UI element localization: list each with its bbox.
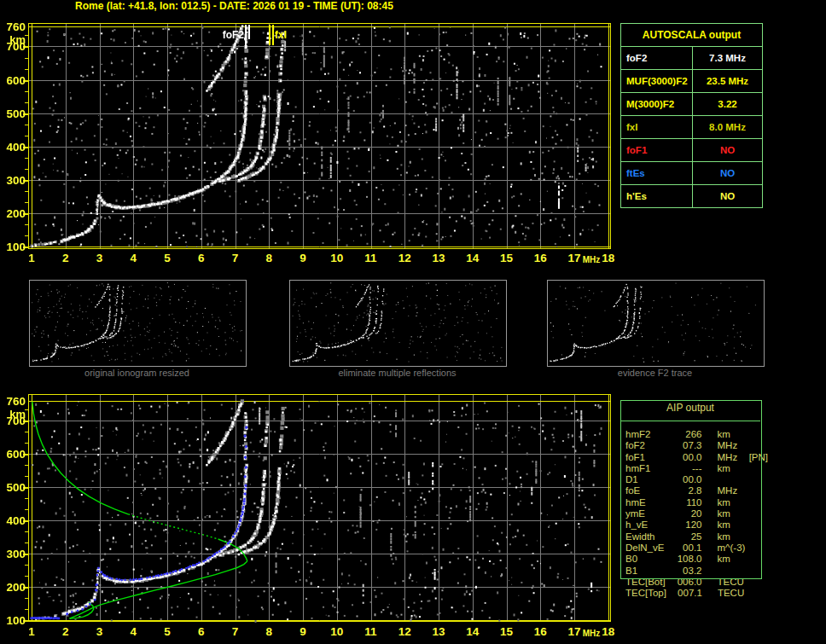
aip-label: B1	[625, 566, 666, 577]
x-axis-tick-label: 9	[293, 252, 313, 264]
x-axis-tick-label: 11	[361, 252, 381, 264]
y-axis-tick-label: 760	[0, 21, 26, 32]
aip-value: 006.0	[666, 577, 701, 588]
autoscala-row: foF27.3 MHz	[621, 47, 762, 70]
aip-label: Ewidth	[625, 531, 666, 542]
autoscala-table-rows: foF27.3 MHzMUF(3000)F223.5 MHzM(3000)F23…	[621, 47, 762, 207]
x-axis-tick-label: 10	[327, 625, 347, 638]
aip-unit: km	[718, 429, 749, 440]
autoscala-row-label: h'Es	[621, 185, 693, 207]
aip-row: foF207.3MHz	[625, 440, 771, 451]
aip-unit: TECU	[718, 588, 749, 599]
aip-value: 007.1	[666, 588, 702, 599]
autoscala-row-label: M(3000)F2	[621, 93, 693, 115]
thumbnail-original-canvas	[30, 281, 244, 364]
x-axis-tick-label: 12	[394, 625, 415, 638]
aip-value: 03.2	[666, 566, 701, 577]
aip-table-divider	[620, 421, 760, 421]
x-axis-unit-label: MHz	[580, 629, 602, 638]
aip-value: 00.0	[666, 474, 701, 485]
aip-value: 20	[666, 508, 701, 519]
x-axis-unit-label: MHz	[580, 255, 602, 264]
aip-label: ymE	[625, 508, 666, 519]
aip-label: foE	[625, 485, 666, 496]
aip-extra: [PN]	[749, 452, 771, 463]
aip-label: hmF2	[625, 429, 666, 440]
aip-value: 108.0	[666, 554, 701, 565]
x-axis-tick-label: 1	[21, 625, 42, 638]
x-axis-tick-label: 8	[259, 252, 279, 264]
aip-unit: km	[718, 531, 749, 542]
aip-row: B103.2	[625, 566, 771, 577]
aip-value: 07.3	[666, 440, 701, 451]
autoscala-row-value: NO	[693, 139, 762, 161]
aip-value: 00.0	[666, 452, 701, 463]
aip-unit: MHz	[718, 485, 749, 496]
aip-value: 00.1	[666, 542, 701, 554]
y-axis-tick-label: 760	[0, 396, 26, 407]
aip-row: ymE20km	[625, 508, 771, 519]
autoscala-row: h'EsNO	[621, 185, 762, 207]
x-axis-tick-label: 5	[157, 252, 177, 264]
autoscala-row-label: foF2	[621, 47, 693, 69]
aip-unit	[718, 566, 749, 577]
aip-row: TEC[Top]007.1TECU	[625, 588, 771, 599]
profile-ionogram-plot	[23, 394, 612, 623]
aip-row: hmE110km	[625, 497, 771, 508]
page-title: Rome (lat: +41.8, lon: 012.5) - DATE: 20…	[75, 0, 433, 12]
aip-unit: km	[718, 497, 749, 508]
aip-value: ---	[666, 463, 701, 474]
aip-extra	[749, 508, 771, 519]
autoscala-row: M(3000)F23.22	[621, 93, 762, 116]
y-axis-tick-label: 400	[0, 515, 26, 526]
autoscala-row-value: 7.3 MHz	[693, 47, 762, 69]
aip-table-title: AIP output	[620, 402, 760, 414]
y-axis-tick-label: 600	[0, 449, 26, 460]
thumbnail-eliminate-reflections	[289, 280, 507, 367]
thumbnail-original-ionogram	[29, 280, 247, 367]
autoscala-row-label: ftEs	[621, 162, 693, 184]
x-axis-tick-label: 1	[21, 252, 42, 264]
thumbnail-caption-eliminate: eliminate multiple reflections	[289, 368, 505, 378]
aip-label: hmF1	[625, 463, 666, 474]
autoscala-row: MUF(3000)F223.5 MHz	[621, 70, 762, 93]
x-axis-tick-label: 7	[225, 625, 246, 638]
autoscala-row: fxI8.0 MHz	[621, 116, 762, 139]
y-axis-tick-label: 200	[0, 582, 26, 593]
aip-extra	[749, 542, 771, 554]
x-axis-tick-label: 6	[191, 625, 212, 638]
fof2-marker-label: foF2	[216, 29, 244, 41]
x-axis-tick-label: 6	[191, 252, 212, 264]
y-axis-tick-label: 300	[0, 548, 26, 560]
aip-unit: km	[718, 463, 749, 474]
x-axis-tick-label: 2	[55, 252, 76, 264]
y-axis-tick-label: 500	[0, 482, 26, 493]
autoscala-row-value: NO	[693, 185, 762, 207]
y-axis-unit-label: km	[0, 33, 26, 46]
aip-row: Ewidth25km	[625, 531, 771, 542]
y-axis-tick-label: 500	[0, 108, 26, 119]
x-axis-tick-label: 10	[327, 252, 347, 264]
aip-extra	[749, 474, 771, 485]
x-axis-tick-label: 13	[428, 625, 449, 638]
y-axis-tick-label: 400	[0, 142, 26, 153]
autoscala-row-label: fxI	[621, 116, 693, 138]
aip-label: foF2	[625, 440, 666, 451]
x-axis-tick-label: 12	[394, 252, 415, 264]
aip-extra	[749, 588, 771, 599]
aip-row: foE2.8MHz	[625, 485, 771, 496]
aip-value: 2.8	[666, 485, 701, 496]
aip-label: TEC[Bot]	[625, 577, 666, 588]
aip-label: DelN_vE	[625, 542, 666, 554]
x-axis-tick-label: 9	[293, 625, 313, 638]
autoscala-output-table: AUTOSCALA output foF27.3 MHzMUF(3000)F22…	[620, 23, 763, 208]
aip-row: DelN_vE00.1m^(-3)	[625, 542, 771, 554]
y-axis-unit-label: km	[0, 408, 26, 421]
autoscala-app-window: Rome (lat: +41.8, lon: 012.5) - DATE: 20…	[0, 0, 826, 644]
aip-row: hmF1---km	[625, 463, 771, 474]
aip-value: 25	[666, 531, 701, 542]
autoscala-table-title: AUTOSCALA output	[621, 24, 762, 47]
x-axis-tick-label: 16	[530, 252, 550, 264]
aip-unit	[718, 474, 749, 485]
autoscala-row-value: 23.5 MHz	[693, 70, 762, 92]
